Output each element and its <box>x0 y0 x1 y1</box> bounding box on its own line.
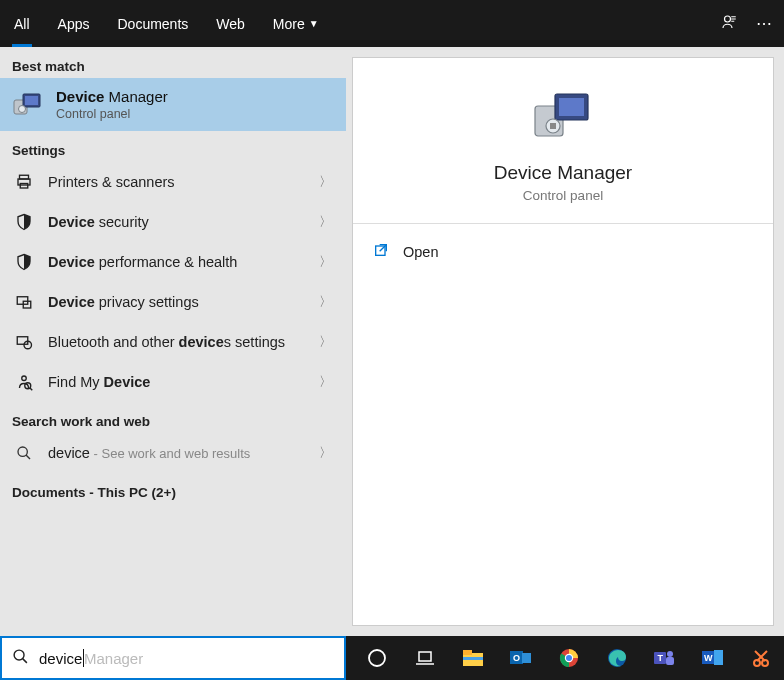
settings-item[interactable]: Device privacy settings〉 <box>0 282 346 322</box>
device-manager-icon <box>12 91 44 119</box>
chevron-down-icon: ▼ <box>309 18 319 29</box>
text-cursor <box>83 649 84 667</box>
edge-icon[interactable] <box>594 636 640 680</box>
chevron-right-icon: 〉 <box>319 213 332 231</box>
file-explorer-icon[interactable] <box>450 636 496 680</box>
svg-point-25 <box>369 650 385 666</box>
svg-point-15 <box>18 447 27 456</box>
task-view-icon[interactable] <box>402 636 448 680</box>
best-match-result[interactable]: Device Manager Control panel <box>0 78 346 131</box>
search-icon <box>12 648 29 669</box>
svg-rect-21 <box>550 123 556 129</box>
settings-item-label: Device security <box>48 214 305 230</box>
settings-item[interactable]: Find My Device〉 <box>0 362 346 402</box>
svg-line-24 <box>23 658 27 662</box>
tab-more[interactable]: More▼ <box>259 0 333 47</box>
chevron-right-icon: 〉 <box>319 373 332 391</box>
teams-icon[interactable]: T <box>642 636 688 680</box>
svg-point-4 <box>19 105 26 112</box>
svg-text:O: O <box>513 653 520 663</box>
chevron-right-icon: 〉 <box>319 333 332 351</box>
chevron-right-icon: 〉 <box>319 173 332 191</box>
printer-icon <box>14 172 34 192</box>
shield-icon <box>14 212 34 232</box>
search-box[interactable]: Manager <box>0 636 346 680</box>
svg-point-0 <box>725 16 731 22</box>
settings-item[interactable]: Printers & scanners〉 <box>0 162 346 202</box>
preview-subtitle: Control panel <box>523 188 603 203</box>
svg-rect-26 <box>419 652 431 661</box>
svg-point-23 <box>14 650 24 660</box>
settings-item[interactable]: Device security〉 <box>0 202 346 242</box>
results-panel: Best match Device Manager Control panel … <box>0 47 346 636</box>
svg-rect-10 <box>17 337 28 345</box>
svg-rect-19 <box>559 98 584 116</box>
search-scope-tabs: All Apps Documents Web More▼ ⋯ <box>0 0 784 47</box>
web-search-label: device - See work and web results <box>48 445 305 461</box>
open-action[interactable]: Open <box>353 224 773 280</box>
tab-label: Apps <box>58 16 90 32</box>
tab-label: Web <box>216 16 245 32</box>
svg-point-36 <box>566 655 572 661</box>
search-icon <box>14 443 34 463</box>
device-manager-preview-icon <box>533 88 593 144</box>
snipping-icon[interactable] <box>738 636 784 680</box>
settings-item-label: Find My Device <box>48 374 305 390</box>
bt-icon <box>14 332 34 352</box>
tab-documents[interactable]: Documents <box>103 0 202 47</box>
outlook-icon[interactable]: O <box>498 636 544 680</box>
best-match-text: Device Manager Control panel <box>56 88 168 121</box>
svg-rect-41 <box>666 657 674 665</box>
tab-apps[interactable]: Apps <box>44 0 104 47</box>
open-icon <box>373 242 389 262</box>
preview-title: Device Manager <box>494 162 632 184</box>
tab-web[interactable]: Web <box>202 0 259 47</box>
web-search-item[interactable]: device - See work and web results 〉 <box>0 433 346 473</box>
svg-rect-7 <box>20 184 28 189</box>
section-search-web: Search work and web <box>0 402 346 433</box>
tab-all[interactable]: All <box>0 0 44 47</box>
settings-item-label: Bluetooth and other devices settings <box>48 334 305 350</box>
settings-item-label: Printers & scanners <box>48 174 305 190</box>
svg-rect-8 <box>17 297 28 305</box>
tab-label: Documents <box>117 16 188 32</box>
svg-point-12 <box>22 376 27 381</box>
svg-point-40 <box>667 651 673 657</box>
taskbar: O T W <box>346 636 784 680</box>
chrome-icon[interactable] <box>546 636 592 680</box>
settings-item-label: Device performance & health <box>48 254 305 270</box>
more-options-icon[interactable]: ⋯ <box>756 14 774 33</box>
svg-rect-44 <box>714 650 723 665</box>
chevron-right-icon: 〉 <box>319 293 332 311</box>
settings-list: Printers & scanners〉Device security〉Devi… <box>0 162 346 402</box>
chevron-right-icon: 〉 <box>319 444 332 462</box>
preview-panel: Device Manager Control panel Open <box>352 57 774 626</box>
svg-line-14 <box>30 388 32 390</box>
svg-rect-30 <box>463 657 483 660</box>
shield-icon <box>14 252 34 272</box>
cortana-icon[interactable] <box>354 636 400 680</box>
open-label: Open <box>403 244 438 260</box>
find-icon <box>14 372 34 392</box>
svg-rect-29 <box>463 650 472 655</box>
settings-item[interactable]: Device performance & health〉 <box>0 242 346 282</box>
tab-label: All <box>14 16 30 32</box>
section-documents-pc: Documents - This PC (2+) <box>0 473 346 504</box>
svg-line-16 <box>26 455 30 459</box>
word-icon[interactable]: W <box>690 636 736 680</box>
svg-text:W: W <box>704 653 713 663</box>
svg-text:T: T <box>658 653 664 663</box>
chevron-right-icon: 〉 <box>319 253 332 271</box>
section-best-match: Best match <box>0 47 346 78</box>
tab-label: More <box>273 16 305 32</box>
settings-item-label: Device privacy settings <box>48 294 305 310</box>
section-settings: Settings <box>0 131 346 162</box>
feedback-icon[interactable] <box>720 13 738 35</box>
settings-item[interactable]: Bluetooth and other devices settings〉 <box>0 322 346 362</box>
privacy-icon <box>14 292 34 312</box>
svg-rect-3 <box>25 96 38 105</box>
svg-rect-33 <box>522 653 531 663</box>
